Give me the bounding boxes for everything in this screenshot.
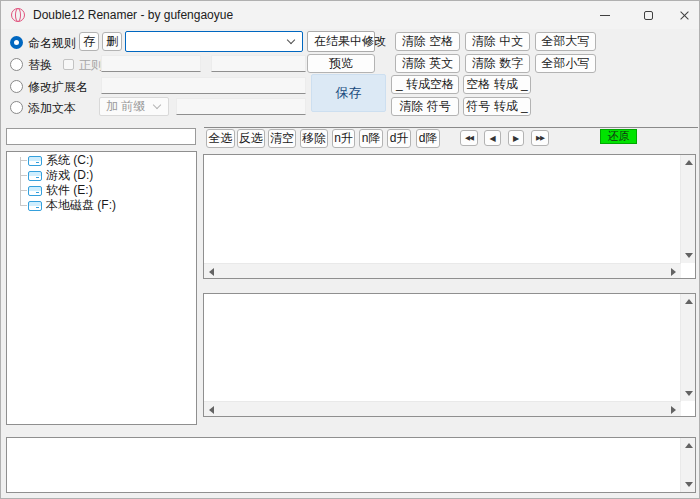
- tree-connector: [20, 205, 27, 206]
- scroll-right-icon: [671, 268, 676, 276]
- app-icon: [11, 8, 25, 22]
- app-window: Double12 Renamer - by gufengaoyue 命名规则 存…: [0, 0, 700, 499]
- remove-button[interactable]: 移除: [300, 129, 328, 148]
- mode-select[interactable]: 在结果中修改: [307, 31, 375, 52]
- result-list-vscrollbar[interactable]: [680, 294, 695, 401]
- tree-item-label: 本地磁盘 (F:): [46, 197, 116, 214]
- sort-date-asc-button[interactable]: d升: [387, 129, 411, 148]
- path-filter-input[interactable]: [6, 128, 196, 145]
- minimize-icon: [600, 15, 610, 16]
- regex-label: 正则: [79, 57, 103, 74]
- delete-rule-button[interactable]: 删: [102, 32, 122, 51]
- extension-input[interactable]: [101, 77, 306, 94]
- drive-icon: [28, 171, 42, 181]
- scroll-down-icon: [685, 391, 693, 396]
- result-list-hscrollbar[interactable]: [204, 401, 681, 416]
- symbol-to-underscore-button[interactable]: 符号 转成 _: [463, 97, 531, 116]
- prefix-select-value: 加 前缀: [106, 98, 145, 115]
- scroll-up-icon: [685, 443, 693, 448]
- drive-icon: [28, 201, 42, 211]
- radio-add-text[interactable]: [10, 101, 23, 114]
- scroll-right-icon: [671, 406, 676, 414]
- add-text-label: 添加文本: [28, 100, 76, 117]
- clear-space-button[interactable]: 清除 空格: [395, 32, 460, 51]
- radio-replace[interactable]: [10, 58, 23, 71]
- underscore-to-space-button[interactable]: _ 转成空格: [391, 75, 459, 94]
- log-textarea[interactable]: [6, 437, 696, 493]
- mode-select-value: 在结果中修改: [314, 33, 386, 50]
- drive-icon: [28, 156, 42, 166]
- sort-name-asc-button[interactable]: n升: [332, 129, 355, 148]
- tree-connector: [20, 157, 21, 206]
- chevron-down-icon: [287, 35, 295, 43]
- space-to-underscore-button[interactable]: 空格 转成 _: [463, 75, 531, 94]
- invert-select-button[interactable]: 反选: [237, 129, 265, 148]
- tree-connector: [20, 175, 27, 176]
- scroll-down-icon: [685, 253, 693, 258]
- window-title: Double12 Renamer - by gufengaoyue: [33, 8, 233, 22]
- tree-item-drive-f[interactable]: 本地磁盘 (F:): [28, 198, 116, 213]
- maximize-icon: [644, 11, 653, 20]
- move-first-button[interactable]: ◀◀: [460, 130, 478, 146]
- scroll-down-icon: [685, 482, 693, 487]
- uppercase-button[interactable]: 全部大写: [535, 32, 596, 51]
- clear-list-button[interactable]: 清空: [268, 129, 296, 148]
- file-list-hscrollbar[interactable]: [204, 263, 681, 278]
- close-icon: [679, 10, 690, 21]
- radio-extension[interactable]: [10, 80, 23, 93]
- preview-button[interactable]: 预览: [307, 54, 375, 73]
- clear-english-button[interactable]: 清除 英文: [395, 54, 460, 73]
- scroll-up-icon: [685, 160, 693, 165]
- replace-label: 替换: [28, 57, 52, 74]
- scroll-left-icon: [209, 406, 214, 414]
- scroll-up-icon: [685, 299, 693, 304]
- naming-rule-label: 命名规则: [28, 35, 76, 52]
- tree-connector: [20, 190, 27, 191]
- tree-item-drive-d[interactable]: 游戏 (D:): [28, 168, 93, 183]
- title-bar: Double12 Renamer - by gufengaoyue: [1, 1, 699, 29]
- replace-with-input[interactable]: [211, 55, 306, 72]
- move-last-button[interactable]: ▶▶: [531, 130, 549, 146]
- lowercase-button[interactable]: 全部小写: [535, 54, 596, 73]
- add-text-input[interactable]: [176, 98, 306, 115]
- select-all-button[interactable]: 全选: [206, 129, 235, 148]
- move-prev-button[interactable]: ◀: [484, 130, 501, 146]
- close-button[interactable]: [667, 1, 700, 29]
- chevron-down-icon: [153, 100, 161, 108]
- clear-symbols-button[interactable]: 清除 符号: [391, 97, 459, 116]
- result-list-panel[interactable]: [203, 293, 696, 417]
- drive-tree-panel[interactable]: 系统 (C:) 游戏 (D:) 软件 (E:) 本地磁盘 (F:): [6, 151, 197, 425]
- toolbar-divider: [204, 127, 698, 128]
- extension-label: 修改扩展名: [28, 79, 88, 96]
- drive-icon: [28, 186, 42, 196]
- sort-date-desc-button[interactable]: d降: [416, 129, 440, 148]
- minimize-button[interactable]: [586, 1, 624, 29]
- move-next-button[interactable]: ▶: [508, 130, 524, 146]
- regex-checkbox[interactable]: [63, 59, 74, 70]
- maximize-button[interactable]: [629, 1, 667, 29]
- scroll-left-icon: [209, 268, 214, 276]
- clear-digits-button[interactable]: 清除 数字: [465, 54, 530, 73]
- save-button[interactable]: 保存: [311, 74, 386, 112]
- restore-button[interactable]: 还原: [600, 129, 637, 144]
- tree-item-drive-c[interactable]: 系统 (C:): [28, 153, 93, 168]
- rule-name-combobox[interactable]: [125, 31, 303, 52]
- tree-item-drive-e[interactable]: 软件 (E:): [28, 183, 93, 198]
- sort-name-desc-button[interactable]: n降: [359, 129, 383, 148]
- clear-chinese-button[interactable]: 清除 中文: [465, 32, 530, 51]
- tree-connector: [20, 160, 27, 161]
- store-rule-button[interactable]: 存: [79, 32, 99, 51]
- replace-search-input[interactable]: [101, 55, 201, 72]
- prefix-select[interactable]: 加 前缀: [99, 97, 169, 116]
- log-vscrollbar[interactable]: [680, 438, 695, 492]
- file-list-panel[interactable]: [203, 154, 696, 279]
- radio-naming-rule[interactable]: [10, 36, 23, 49]
- file-list-vscrollbar[interactable]: [680, 155, 695, 263]
